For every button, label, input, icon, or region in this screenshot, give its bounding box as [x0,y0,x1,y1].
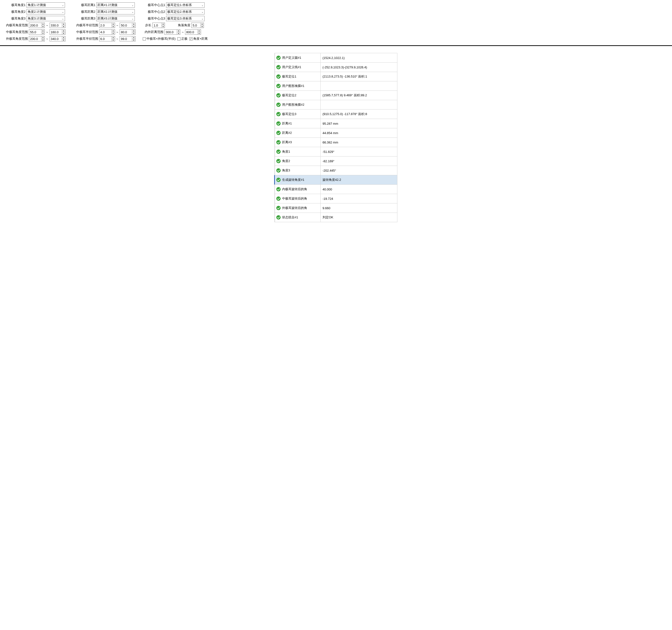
label-center2: 极耳中心点2 [135,9,166,14]
middle-angle-range-label: 中极耳角度范围 [2,30,29,34]
tilde: ~ [182,30,184,34]
result-value: (1585.7,577.8) 9.469° 面积:89.2 [320,91,397,100]
tilde: ~ [117,24,118,27]
combo-center1[interactable]: 极耳定位1.坐标系⌄ [166,2,205,8]
checkbox-angle-dist[interactable]: ✓ 角度+距离 [189,37,208,41]
result-name-cell: 距离#3 [275,138,320,147]
outer-radius-max[interactable]: ▲▼ [120,36,136,41]
result-name: 极耳定位3 [282,112,296,116]
middle-radius-range-label: 中极耳半径范围 [66,30,99,34]
result-name-cell: 状态统合#1 [275,213,320,222]
result-name: 中极耳旋转后的角 [282,196,307,201]
inout-dist-max[interactable]: ▲▼ [185,29,201,35]
checkbox-mid-lt-outer[interactable]: 中极耳<外极耳(半径) [143,37,175,41]
inner-radius-min[interactable]: ▲▼ [99,23,115,28]
middle-radius-max[interactable]: ▲▼ [120,29,136,35]
result-row[interactable]: 用户图形掩膜#1 [275,81,398,91]
middle-angle-min[interactable]: ▲▼ [29,29,45,35]
result-row[interactable]: 极耳定位2(1585.7,577.8) 9.469° 面积:89.2 [275,91,398,100]
chevron-down-icon: ⌄ [131,17,134,20]
result-row[interactable]: 距离#366.382 mm [275,137,398,147]
combo-dist2[interactable]: 距离#2.计测值⌄ [96,9,135,15]
step-label: 步长 [136,23,152,27]
result-name: 距离#2 [282,131,292,135]
result-name-cell: 用户定义圆#1 [275,53,320,62]
result-row[interactable]: 极耳定位1(2113.8,273.5) -136.510° 面积:1 [275,72,398,81]
check-ok-icon [276,140,281,144]
combo-angle1[interactable]: 角度1.计测值⌄ [26,2,65,8]
result-value: -51.829° [320,147,397,156]
chevron-down-icon: ⌄ [131,10,134,13]
step-spinner[interactable]: ▲▼ [152,23,165,28]
result-row[interactable]: 用户定义线#1(-252.9,1023.3)-(3279.9,1026.4) [275,62,398,72]
result-row[interactable]: 状态统合#1判定OK [275,213,398,222]
result-value: 判定OK [320,213,397,222]
check-ok-icon [276,149,281,154]
check-ok-icon [276,112,281,116]
result-row[interactable]: 距离#195.287 mm [275,119,398,128]
result-name-cell: 角度3 [275,166,320,175]
result-name: 状态统合#1 [282,215,298,219]
result-name-cell: 内极耳旋转后的角 [275,185,320,194]
result-row[interactable]: 生成旋转角度#1旋转角度42.2 [274,175,398,185]
result-name: 距离#1 [282,121,292,126]
result-row[interactable]: 用户定义圆#1(1524.2,1022.1) [275,53,398,63]
outer-angle-min[interactable]: ▲▼ [29,36,45,41]
tilde: ~ [46,37,48,41]
result-name: 生成旋转角度#1 [282,178,304,182]
inner-angle-range-label: 内极耳角度范围 [2,23,29,27]
result-row[interactable]: 角度1-51.829° [275,147,398,157]
inner-angle-max[interactable]: ▲▼ [50,23,66,28]
checkbox-box-icon [143,37,146,41]
chevron-down-icon: ⌄ [131,4,134,6]
label-angle2: 极耳角度2 [2,9,26,14]
result-value: (910.5,1275.0) -117.878° 面积:8 [320,110,397,119]
result-name-cell: 用户图形掩膜#2 [275,100,320,109]
result-name-cell: 距离#1 [275,119,320,128]
result-row[interactable]: 角度3-202.445° [275,166,398,175]
combo-center3[interactable]: 极耳定位3.坐标系⌄ [166,16,205,21]
result-name-cell: 角度2 [275,157,320,166]
combo-dist1[interactable]: 距离#1.计测值⌄ [96,2,135,8]
middle-radius-min[interactable]: ▲▼ [99,29,115,35]
result-row[interactable]: 外极耳旋转后的角9.660 [275,203,398,213]
combo-dist3[interactable]: 距离#3.计测值⌄ [96,16,135,21]
result-row[interactable]: 距离#244.854 mm [275,128,398,138]
result-name-cell: 极耳定位1 [275,72,320,81]
inner-radius-max[interactable]: ▲▼ [120,23,136,28]
result-name-cell: 外极耳旋转后的角 [275,204,320,213]
result-value: 44.854 mm [320,128,397,137]
check-ok-icon [276,84,281,88]
result-value: -202.445° [320,166,397,175]
tilde: ~ [46,24,48,27]
inner-angle-min[interactable]: ▲▼ [29,23,45,28]
result-name-cell: 距离#2 [275,128,320,137]
result-row[interactable]: 中极耳旋转后的角-19.724 [275,194,398,204]
combo-center2[interactable]: 极耳定位2.坐标系⌄ [166,9,205,15]
combo-angle3[interactable]: 角度3.计测值⌄ [26,16,65,21]
result-row[interactable]: 角度2-82.169° [275,156,398,166]
chevron-down-icon: ⌄ [201,17,203,20]
result-name: 极耳定位2 [282,93,296,97]
check-ok-icon [276,178,281,182]
check-ok-icon [276,102,281,107]
result-name: 角度1 [282,149,290,154]
result-row[interactable]: 极耳定位3(910.5,1275.0) -117.878° 面积:8 [275,109,398,119]
result-row[interactable]: 用户图形掩膜#2 [275,100,398,110]
result-name-cell: 用户图形掩膜#1 [275,81,320,91]
outer-radius-range-label: 外极耳半径范围 [66,37,99,41]
outer-angle-max[interactable]: ▲▼ [50,36,66,41]
result-name: 距离#3 [282,140,292,144]
result-value: -82.169° [320,157,397,166]
result-value: (-252.9,1023.3)-(3279.9,1026.4) [320,63,397,72]
outer-radius-min[interactable]: ▲▼ [99,36,115,41]
result-row[interactable]: 内极耳旋转后的角40.000 [275,184,398,194]
combo-angle2[interactable]: 角度2.计测值⌄ [26,9,65,15]
checkbox-positive[interactable]: 正极 [177,37,188,41]
result-name: 用户图形掩膜#2 [282,102,304,107]
middle-angle-max[interactable]: ▲▼ [50,29,66,35]
result-name-cell: 用户定义线#1 [275,63,320,72]
corner-angle-spinner[interactable]: ▲▼ [191,23,204,28]
check-ok-icon [276,121,281,126]
inout-dist-min[interactable]: ▲▼ [164,29,180,35]
